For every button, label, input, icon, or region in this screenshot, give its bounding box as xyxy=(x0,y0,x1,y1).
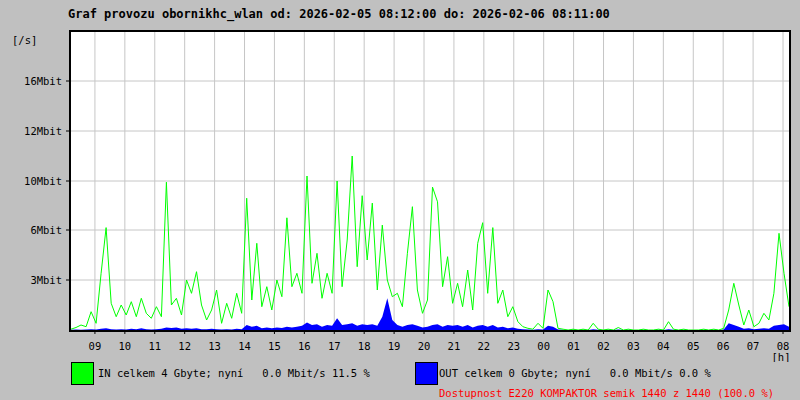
x-tick-label: 21 xyxy=(448,340,461,352)
y-tick-label: 3Mbit xyxy=(30,274,62,286)
x-axis-unit-label: [h] xyxy=(772,351,791,362)
x-tick-label: 00 xyxy=(537,340,550,352)
in-legend-label: IN celkem 4 Gbyte; nyní 0.0 Mbit/s 11.5 … xyxy=(98,367,370,379)
x-tick-label: 16 xyxy=(298,340,311,352)
x-tick-label: 01 xyxy=(567,340,580,352)
traffic-chart-svg: 0910111213141516171819202122230001020304… xyxy=(0,26,800,362)
x-tick-label: 09 xyxy=(89,340,102,352)
x-tick-label: 06 xyxy=(717,340,730,352)
y-tick-label: 12Mbit xyxy=(24,125,62,137)
availability-text: Dostupnost E220 KOMPAKTOR semik 1440 z 1… xyxy=(439,387,774,399)
x-tick-label: 07 xyxy=(747,340,760,352)
chart-title: Graf provozu obornikhc_wlan od: 2026-02-… xyxy=(68,7,610,21)
out-legend-swatch xyxy=(415,362,438,385)
x-tick-label: 14 xyxy=(238,340,251,352)
x-tick-label: 05 xyxy=(687,340,700,352)
x-tick-label: 03 xyxy=(627,340,640,352)
x-tick-label: 02 xyxy=(597,340,610,352)
y-tick-label: 6Mbit xyxy=(30,224,62,236)
x-tick-label: 12 xyxy=(178,340,191,352)
x-tick-label: 18 xyxy=(358,340,371,352)
x-tick-label: 20 xyxy=(418,340,431,352)
x-tick-label: 10 xyxy=(119,340,132,352)
x-tick-label: 04 xyxy=(657,340,670,352)
y-axis-unit-label: [/s] xyxy=(12,34,37,46)
x-tick-label: 11 xyxy=(148,340,161,352)
y-tick-label: 16Mbit xyxy=(24,75,62,87)
in-legend-swatch xyxy=(71,362,94,385)
x-tick-label: 23 xyxy=(507,340,520,352)
x-tick-label: 17 xyxy=(328,340,341,352)
y-tick-label: 10Mbit xyxy=(24,175,62,187)
x-tick-label: 13 xyxy=(208,340,221,352)
x-tick-label: 19 xyxy=(388,340,401,352)
x-tick-label: 15 xyxy=(268,340,281,352)
x-tick-label: 22 xyxy=(478,340,491,352)
mrtg-traffic-page: { "title": "Graf provozu obornikhc_wlan … xyxy=(0,0,800,400)
out-legend-label: OUT celkem 0 Gbyte; nyní 0.0 Mbit/s 0.0 … xyxy=(439,367,711,379)
